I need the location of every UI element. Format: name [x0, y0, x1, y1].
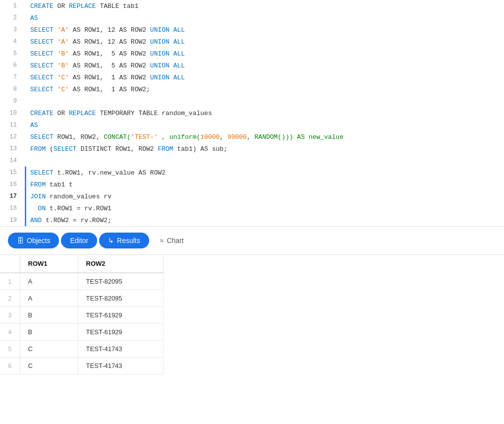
code-line-row: 10CREATE OR REPLACE TEMPORARY TABLE rand…	[0, 107, 504, 119]
code-line-row: 6SELECT 'B' AS ROW1, 5 AS ROW2 UNION ALL	[0, 60, 504, 71]
line-number: 17	[0, 190, 25, 202]
row-number: 4	[0, 324, 20, 341]
code-content[interactable]: SELECT 'C' AS ROW1, 1 AS ROW2 UNION ALL	[26, 71, 504, 83]
line-number: 1	[0, 0, 25, 12]
code-line-row: 12SELECT ROW1, ROW2, CONCAT('TEST-' , un…	[0, 131, 504, 143]
line-number: 11	[0, 119, 25, 131]
table-row: 3BTEST-61929	[0, 307, 164, 324]
code-content[interactable]: JOIN random_values rv	[26, 190, 504, 202]
row-number: 2	[0, 290, 20, 307]
toolbar: 🗄 Objects Editor ↳ Results ≈ Chart	[0, 227, 504, 255]
code-line-row: 14	[0, 155, 504, 167]
code-content[interactable]: SELECT ROW1, ROW2, CONCAT('TEST-' , unif…	[26, 131, 504, 143]
line-number: 18	[0, 202, 25, 214]
row-number: 1	[0, 273, 20, 290]
cell-row2: TEST-61929	[78, 307, 163, 324]
line-number: 6	[0, 60, 25, 71]
code-content[interactable]: SELECT 'C' AS ROW1, 1 AS ROW2;	[26, 83, 504, 95]
results-button[interactable]: ↳ Results	[99, 233, 149, 248]
table-row: 1ATEST-82095	[0, 273, 164, 290]
table-header-row: ROW1 ROW2	[0, 255, 164, 273]
table-row: 4BTEST-61929	[0, 324, 164, 341]
line-number: 19	[0, 214, 25, 226]
code-content[interactable]	[26, 95, 504, 107]
code-content[interactable]: SELECT 'B' AS ROW1, 5 AS ROW2 UNION ALL	[26, 60, 504, 71]
table-row: 2ATEST-82095	[0, 290, 164, 307]
code-content[interactable]: FROM tab1 t	[26, 179, 504, 190]
table-row: 6CTEST-41743	[0, 358, 164, 374]
line-number: 13	[0, 143, 25, 155]
line-number: 2	[0, 12, 25, 24]
line-number: 16	[0, 179, 25, 190]
cell-row2: TEST-61929	[78, 324, 163, 341]
code-content[interactable]: AND t.ROW2 = rv.ROW2;	[26, 214, 504, 226]
code-line-row: 8SELECT 'C' AS ROW1, 1 AS ROW2;	[0, 83, 504, 95]
code-line-row: 18 ON t.ROW1 = rv.ROW1	[0, 202, 504, 214]
row-number: 6	[0, 358, 20, 374]
code-line-row: 15SELECT t.ROW1, rv.new_value AS ROW2	[0, 167, 504, 179]
line-number: 3	[0, 24, 25, 36]
objects-button[interactable]: 🗄 Objects	[8, 233, 59, 248]
code-line-row: 17JOIN random_values rv	[0, 190, 504, 202]
editor-label: Editor	[70, 237, 88, 244]
code-content[interactable]: CREATE OR REPLACE TEMPORARY TABLE random…	[26, 107, 504, 119]
chart-button[interactable]: ≈ Chart	[151, 233, 193, 248]
cell-row1: A	[20, 290, 78, 307]
code-line-row: 7SELECT 'C' AS ROW1, 1 AS ROW2 UNION ALL	[0, 71, 504, 83]
col-row2-header: ROW2	[78, 255, 163, 273]
code-editor[interactable]: 1CREATE OR REPLACE TABLE tab12AS3SELECT …	[0, 0, 504, 227]
code-content[interactable]: AS	[26, 12, 504, 24]
code-line-row: 1CREATE OR REPLACE TABLE tab1	[0, 0, 504, 12]
code-content[interactable]: SELECT t.ROW1, rv.new_value AS ROW2	[26, 167, 504, 179]
code-line-row: 19AND t.ROW2 = rv.ROW2;	[0, 214, 504, 226]
results-arrow-icon: ↳	[108, 237, 114, 244]
code-line-row: 5SELECT 'B' AS ROW1, 5 AS ROW2 UNION ALL	[0, 48, 504, 60]
line-number: 14	[0, 155, 25, 167]
code-line-row: 3SELECT 'A' AS ROW1, 12 AS ROW2 UNION AL…	[0, 24, 504, 36]
results-container: ROW1 ROW2 1ATEST-820952ATEST-820953BTEST…	[0, 255, 504, 374]
line-number: 15	[0, 167, 25, 179]
code-table: 1CREATE OR REPLACE TABLE tab12AS3SELECT …	[0, 0, 504, 226]
cell-row1: C	[20, 341, 78, 358]
code-content[interactable]: SELECT 'A' AS ROW1, 12 AS ROW2 UNION ALL	[26, 36, 504, 48]
results-table: ROW1 ROW2 1ATEST-820952ATEST-820953BTEST…	[0, 255, 164, 374]
line-number: 5	[0, 48, 25, 60]
code-content[interactable]: CREATE OR REPLACE TABLE tab1	[26, 0, 504, 12]
code-content[interactable]: ON t.ROW1 = rv.ROW1	[26, 202, 504, 214]
cell-row1: B	[20, 307, 78, 324]
code-line-row: 9	[0, 95, 504, 107]
cell-row1: B	[20, 324, 78, 341]
line-number: 9	[0, 95, 25, 107]
line-number: 10	[0, 107, 25, 119]
line-number: 8	[0, 83, 25, 95]
cell-row1: C	[20, 358, 78, 374]
code-line-row: 4SELECT 'A' AS ROW1, 12 AS ROW2 UNION AL…	[0, 36, 504, 48]
cell-row2: TEST-41743	[78, 358, 163, 374]
editor-button[interactable]: Editor	[61, 233, 97, 248]
col-row1-header: ROW1	[20, 255, 78, 273]
line-number: 7	[0, 71, 25, 83]
line-number: 4	[0, 36, 25, 48]
database-icon: 🗄	[17, 237, 24, 244]
cell-row1: A	[20, 273, 78, 290]
line-number: 12	[0, 131, 25, 143]
code-content[interactable]: AS	[26, 119, 504, 131]
table-row: 5CTEST-41743	[0, 341, 164, 358]
code-line-row: 11AS	[0, 119, 504, 131]
code-content[interactable]	[26, 155, 504, 167]
cell-row2: TEST-41743	[78, 341, 163, 358]
code-content[interactable]: SELECT 'B' AS ROW1, 5 AS ROW2 UNION ALL	[26, 48, 504, 60]
cell-row2: TEST-82095	[78, 290, 163, 307]
code-content[interactable]: SELECT 'A' AS ROW1, 12 AS ROW2 UNION ALL	[26, 24, 504, 36]
row-number: 3	[0, 307, 20, 324]
row-num-header	[0, 255, 20, 273]
code-line-row: 16FROM tab1 t	[0, 179, 504, 190]
chart-label: Chart	[167, 237, 183, 244]
cell-row2: TEST-82095	[78, 273, 163, 290]
code-line-row: 13FROM (SELECT DISTINCT ROW1, ROW2 FROM …	[0, 143, 504, 155]
code-line-row: 2AS	[0, 12, 504, 24]
chart-icon: ≈	[160, 237, 164, 244]
objects-label: Objects	[27, 237, 50, 244]
results-label: Results	[117, 237, 140, 244]
code-content[interactable]: FROM (SELECT DISTINCT ROW1, ROW2 FROM ta…	[26, 143, 504, 155]
